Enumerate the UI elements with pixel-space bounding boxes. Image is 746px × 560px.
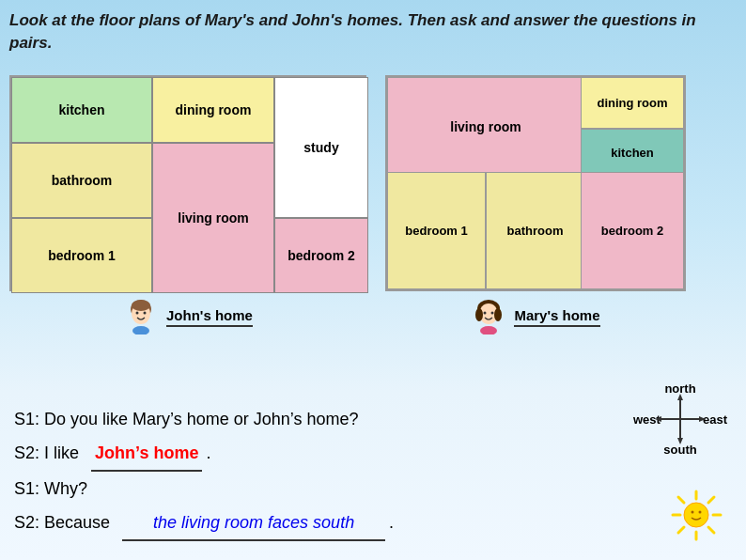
- johns-bedroom1: bedroom 1: [11, 218, 152, 293]
- marys-kitchen: kitchen: [581, 129, 684, 176]
- compass: north south west east: [633, 381, 727, 485]
- johns-study: study: [274, 77, 368, 218]
- s2-answer1-prefix: S2: I like: [14, 436, 79, 470]
- s2-answer2-fill: the living room faces south: [122, 506, 385, 541]
- mary-character-icon: [471, 299, 506, 334]
- johns-home-wrapper: kitchen dining room study bathroom livin…: [9, 75, 366, 334]
- svg-point-11: [491, 312, 494, 315]
- svg-point-27: [684, 503, 708, 527]
- svg-point-12: [480, 326, 497, 334]
- sun-icon: [671, 490, 723, 541]
- johns-home-label-row: John's home: [123, 299, 253, 334]
- svg-marker-17: [655, 416, 661, 422]
- dialogue-section: S1: Do you like Mary’s home or John’s ho…: [14, 402, 394, 541]
- marys-home-wrapper: living room dining room kitchen bedroom …: [385, 75, 686, 334]
- svg-point-9: [494, 308, 502, 321]
- instructions: Look at the floor plans of Mary's and Jo…: [9, 9, 737, 54]
- svg-point-5: [132, 326, 149, 334]
- svg-point-4: [144, 312, 147, 315]
- floor-plans-container: kitchen dining room study bathroom livin…: [9, 75, 737, 334]
- sun-decoration: [671, 490, 723, 541]
- marys-dining-room: dining room: [581, 77, 684, 129]
- john-character-icon: [123, 299, 159, 334]
- s1-question2-line: S1: Why?: [14, 472, 394, 506]
- johns-kitchen: kitchen: [11, 77, 152, 143]
- johns-dining-room: dining room: [152, 77, 274, 143]
- instructions-text: Look at the floor plans of Mary's and Jo…: [9, 11, 696, 52]
- compass-arrows: north south west east: [633, 381, 727, 457]
- marys-bedroom1: bedroom 1: [387, 172, 486, 289]
- marys-home-label: Mary's home: [514, 307, 599, 327]
- johns-bathroom: bathroom: [11, 143, 152, 218]
- svg-point-10: [484, 312, 487, 315]
- marys-floor-plan: living room dining room kitchen bedroom …: [385, 75, 686, 291]
- svg-point-2: [132, 300, 150, 311]
- svg-point-3: [136, 312, 139, 315]
- svg-line-24: [708, 527, 714, 533]
- johns-home-label: John's home: [166, 307, 253, 327]
- svg-marker-15: [677, 438, 683, 444]
- marys-home-label-row: Mary's home: [471, 299, 599, 334]
- s2-answer2-prefix: S2: Because: [14, 506, 110, 539]
- s2-answer1-fill: John’s home: [91, 436, 202, 472]
- svg-marker-18: [699, 416, 706, 422]
- compass-arrow-icon: [652, 391, 708, 447]
- s1-question2-text: S1: Why?: [14, 472, 87, 506]
- s2-answer2-line: S2: Because the living room faces south …: [14, 506, 394, 541]
- s2-answer1-suffix: .: [206, 436, 210, 470]
- svg-line-23: [678, 497, 684, 503]
- s1-question1-text: S1: Do you like Mary’s home or John’s ho…: [14, 402, 359, 436]
- johns-living-room: living room: [152, 143, 274, 293]
- marys-bedroom2: bedroom 2: [581, 172, 684, 289]
- s2-answer2-suffix: .: [389, 506, 394, 539]
- svg-point-29: [699, 511, 702, 514]
- svg-marker-14: [677, 394, 683, 400]
- johns-floor-plan: kitchen dining room study bathroom livin…: [9, 75, 366, 291]
- svg-point-8: [475, 308, 483, 321]
- marys-bathroom: bathroom: [486, 172, 584, 289]
- svg-line-25: [708, 497, 714, 503]
- s1-question1-line: S1: Do you like Mary’s home or John’s ho…: [14, 402, 394, 436]
- s2-answer1-line: S2: I like John’s home .: [14, 436, 394, 472]
- marys-living-room: living room: [387, 77, 584, 176]
- svg-line-26: [678, 527, 684, 533]
- svg-point-28: [692, 511, 694, 514]
- johns-bedroom2: bedroom 2: [274, 218, 368, 293]
